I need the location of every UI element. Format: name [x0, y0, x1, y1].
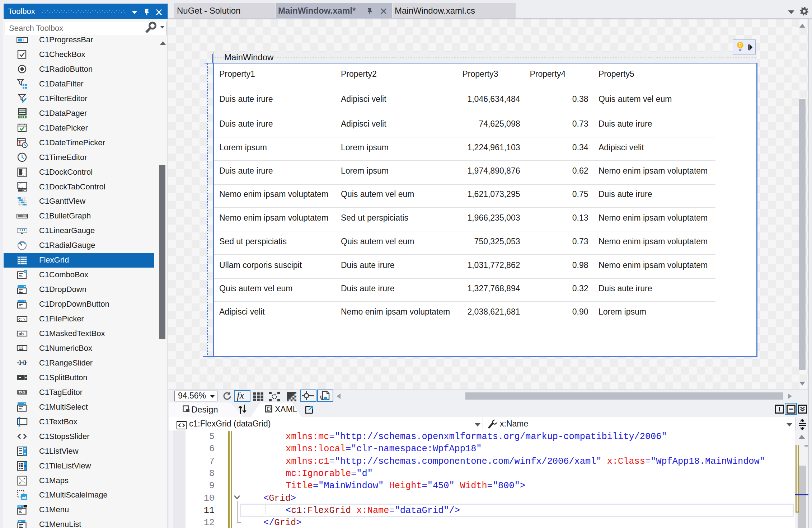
svg-text:ab: ab — [19, 331, 24, 336]
svg-text:TAG: TAG — [19, 391, 25, 394]
svg-text:C:\: C:\ — [18, 317, 25, 321]
svg-text:12: 12 — [19, 346, 24, 351]
